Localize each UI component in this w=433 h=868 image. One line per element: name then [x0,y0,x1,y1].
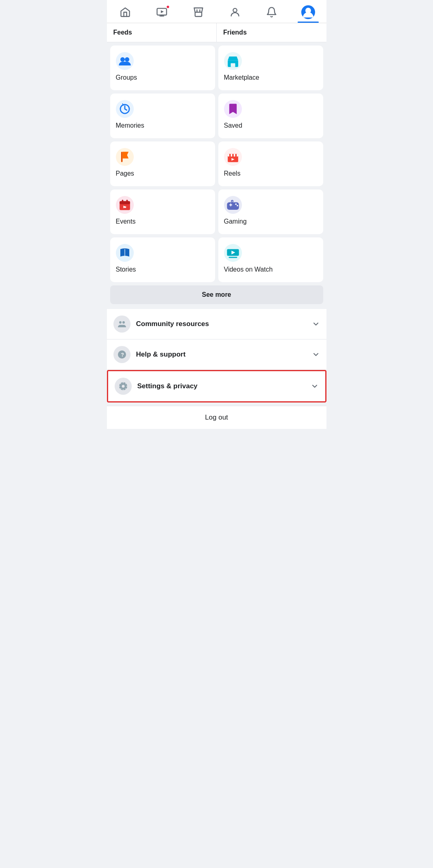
grid-item-groups[interactable]: Groups [110,46,215,90]
events-label: Events [116,218,209,225]
reels-icon [224,148,242,166]
svg-text:+: + [231,200,233,203]
memories-icon [116,100,134,118]
watch-badge [166,5,170,9]
reels-label: Reels [224,170,318,177]
svg-rect-29 [122,200,123,202]
svg-point-53 [122,385,124,388]
nav-notifications[interactable] [261,3,282,21]
pages-label: Pages [116,170,209,177]
svg-text:?: ? [121,352,124,358]
community-resources-label: Community resources [136,320,209,328]
svg-marker-3 [161,10,163,13]
marketplace-label: Marketplace [224,74,318,81]
events-icon: ★ [116,196,134,214]
grid-item-stories[interactable]: Stories [110,237,215,282]
svg-point-39 [237,205,238,207]
svg-point-6 [233,9,237,12]
stories-label: Stories [116,266,209,273]
help-support-icon-wrap: ? [113,346,131,363]
expand-item-settings-privacy[interactable]: Settings & privacy [107,370,326,402]
handshake-icon [117,319,127,329]
help-support-chevron [312,350,320,359]
grid-item-reels[interactable]: Reels [218,141,323,186]
svg-rect-22 [229,154,231,157]
community-resources-chevron [312,320,320,328]
quick-link-feeds[interactable]: Feeds [107,23,217,42]
svg-rect-24 [235,154,237,157]
settings-privacy-chevron [311,382,319,390]
svg-point-49 [122,321,125,324]
svg-rect-37 [230,203,231,206]
grid-item-marketplace[interactable]: Marketplace [218,46,323,90]
svg-rect-30 [126,200,128,202]
saved-label: Saved [224,122,318,129]
nav-home[interactable] [115,3,136,21]
nav-marketplace[interactable] [188,3,209,21]
svg-point-38 [235,203,237,205]
svg-rect-13 [231,63,235,67]
svg-rect-28 [120,201,130,204]
svg-point-9 [120,57,125,62]
groups-label: Groups [116,74,209,81]
svg-point-10 [125,57,129,62]
settings-privacy-label: Settings & privacy [137,382,198,390]
gaming-icon: + [224,196,242,214]
help-support-label: Help & support [136,350,186,359]
quick-links-row: Feeds Friends [107,23,326,42]
grid-item-pages[interactable]: Pages [110,141,215,186]
saved-icon [224,100,242,118]
svg-point-48 [119,321,122,324]
memories-label: Memories [116,122,209,129]
grid-item-gaming[interactable]: + Gaming [218,189,323,234]
expand-list: Community resources ? Help & support [107,309,326,402]
svg-point-8 [116,52,134,70]
gear-icon [118,381,128,391]
marketplace-icon [224,52,242,70]
svg-rect-23 [232,154,234,157]
settings-privacy-icon-wrap [115,378,132,395]
pages-icon [116,148,134,166]
grid-item-events[interactable]: ★ Events [110,189,215,234]
svg-text:★: ★ [124,205,127,209]
videos-on-watch-icon [224,244,242,262]
top-navigation [107,0,326,23]
logout-button[interactable]: Log out [107,406,326,429]
stories-icon [116,244,134,262]
nav-profile[interactable] [224,3,246,21]
svg-rect-18 [121,152,122,162]
community-resources-icon-wrap [113,315,131,333]
features-grid: Groups Marketplace Memories [107,42,326,285]
grid-item-videos-on-watch[interactable]: Videos on Watch [218,237,323,282]
question-icon: ? [117,350,127,359]
gaming-label: Gaming [224,218,318,225]
nav-menu[interactable] [298,3,319,21]
expand-item-community-resources[interactable]: Community resources [107,309,326,339]
user-avatar [301,5,315,19]
grid-item-saved[interactable]: Saved [218,94,323,138]
nav-watch[interactable] [151,3,172,21]
expand-item-help-support[interactable]: ? Help & support [107,339,326,370]
nav-active-indicator [298,22,319,23]
see-more-button[interactable]: See more [110,285,323,304]
quick-link-friends[interactable]: Friends [217,23,326,42]
videos-on-watch-label: Videos on Watch [224,266,318,273]
groups-icon [116,52,134,70]
grid-item-memories[interactable]: Memories [110,94,215,138]
